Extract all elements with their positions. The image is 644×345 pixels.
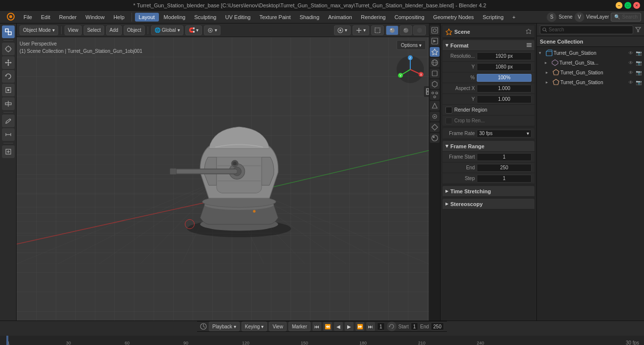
format-section-header[interactable]: ▾ Format [443, 40, 534, 51]
menu-geometry-nodes[interactable]: Geometry Nodes [429, 13, 478, 22]
outliner-search[interactable]: Search [540, 25, 633, 34]
constraints-properties-tab[interactable] [430, 112, 440, 121]
menu-compositing[interactable]: Compositing [391, 13, 428, 22]
outliner-filter-btn[interactable] [635, 26, 641, 33]
mesh1-render-icon[interactable]: 📷 [635, 59, 642, 66]
play-reverse-btn[interactable]: ◀ [334, 322, 343, 331]
material-shading-btn[interactable] [400, 25, 412, 35]
frame-rate-dropdown[interactable]: 30 fps ▾ [477, 130, 532, 138]
3d-viewport[interactable]: User Perspective (1) Scene Collection | … [17, 37, 429, 321]
minimize-button[interactable]: – [616, 2, 622, 9]
jump-to-start-btn[interactable]: ⏮ [312, 322, 321, 331]
next-keyframe-btn[interactable]: ⏩ [355, 322, 364, 331]
xray-toggle[interactable] [371, 25, 384, 35]
resolution-x-input[interactable]: 1920 px [477, 52, 532, 60]
object-mode-dropdown[interactable]: Object Mode ▾ [20, 25, 58, 35]
particle-properties-tab[interactable] [430, 90, 440, 100]
options-button[interactable]: Options ▾ [397, 40, 426, 50]
menu-layout[interactable]: Layout [135, 13, 159, 22]
obj1-render-icon[interactable]: 📷 [635, 69, 642, 76]
crop-render-checkbox[interactable] [445, 117, 452, 124]
rotate-tool-btn[interactable] [2, 70, 15, 83]
physics-properties-tab[interactable] [430, 101, 440, 111]
render-properties-tab[interactable] [430, 25, 440, 35]
menu-blender[interactable] [3, 11, 19, 23]
world-properties-tab[interactable] [430, 58, 440, 68]
loop-toggle[interactable] [387, 322, 397, 331]
render-region-checkbox[interactable] [445, 107, 452, 114]
menu-shading[interactable]: Shading [296, 13, 323, 22]
proportional-edit-btn[interactable]: ▾ [204, 25, 221, 35]
scale-tool-btn[interactable] [2, 84, 15, 96]
select-menu-btn[interactable]: Select [84, 25, 104, 35]
scene-selector[interactable]: S [547, 12, 556, 22]
viewport-overlays-btn[interactable]: ▾ [334, 25, 351, 35]
modifier-properties-tab[interactable] [430, 79, 440, 89]
view-menu-btn[interactable]: View [65, 25, 82, 35]
start-value[interactable]: 1 [411, 322, 419, 330]
add-primitive-tool-btn[interactable] [2, 145, 15, 158]
transform-tool-btn[interactable] [2, 97, 15, 110]
solid-shading-btn[interactable] [386, 25, 399, 35]
end-value[interactable]: 250 [431, 322, 444, 330]
object-menu-btn[interactable]: Object [124, 25, 145, 35]
data-properties-tab[interactable] [430, 122, 440, 132]
tree-item-obj2[interactable]: ▸ Turret_Gun_Station 👁 📷 [537, 77, 644, 87]
current-frame-display[interactable]: 1 [377, 322, 385, 330]
search-bar-wrapper[interactable]: 🔍 Search [611, 13, 641, 22]
menu-modeling[interactable]: Modeling [160, 13, 190, 22]
jump-to-end-btn[interactable]: ⏭ [366, 322, 375, 331]
timeline-ruler[interactable]: 1 30 60 90 120 150 180 210 240 30 fps [0, 336, 644, 345]
timeline-marker-menu[interactable]: Marker [289, 322, 311, 331]
move-tool-btn[interactable] [2, 56, 15, 69]
frame-range-header[interactable]: ▾ Frame Range [443, 141, 534, 152]
pin-scene-btn[interactable] [526, 28, 532, 35]
menu-file[interactable]: File [20, 13, 36, 22]
aspect-x-input[interactable]: 1.000 [477, 85, 532, 92]
menu-rendering[interactable]: Rendering [357, 13, 390, 22]
object-properties-tab[interactable] [430, 69, 440, 78]
material-properties-tab[interactable] [430, 133, 440, 143]
toggle-quad-view-btn[interactable] [424, 86, 429, 97]
menu-window[interactable]: Window [82, 13, 109, 22]
menu-help[interactable]: Help [110, 13, 129, 22]
viewport-gizmos-btn[interactable]: ▾ [353, 25, 369, 35]
menu-edit[interactable]: Edit [37, 13, 54, 22]
timeline-view-menu[interactable]: View [269, 322, 287, 331]
scene-properties-tab[interactable] [430, 47, 440, 57]
resolution-pct-input[interactable]: 100% [477, 74, 532, 82]
obj1-visibility-icon[interactable]: 👁 [627, 69, 634, 76]
aspect-y-input[interactable]: 1.000 [477, 95, 532, 103]
frame-end-input[interactable]: 250 [477, 164, 532, 172]
measure-tool-btn[interactable] [2, 128, 15, 141]
renderlayer-selector[interactable]: V [575, 12, 584, 22]
format-list-view-btn[interactable] [527, 43, 532, 48]
tree-item-mesh1[interactable]: ▸ Turret_Gun_Sta... 👁 📷 [537, 58, 644, 68]
snap-btn[interactable]: 🧲 ▾ [185, 25, 202, 35]
tree-item-obj1[interactable]: ▸ Turret_Gun_Station 👁 📷 [537, 68, 644, 77]
close-button[interactable]: × [633, 2, 640, 9]
transform-orientation-btn[interactable]: 🌐 Global ▾ [151, 25, 183, 35]
play-btn[interactable]: ▶ [345, 322, 354, 331]
rendered-shading-btn[interactable] [413, 25, 426, 35]
prev-keyframe-btn[interactable]: ⏪ [323, 322, 332, 331]
menu-uv-editing[interactable]: UV Editing [221, 13, 254, 22]
menu-animation[interactable]: Animation [324, 13, 356, 22]
obj2-render-icon[interactable]: 📷 [635, 79, 642, 86]
axis-widget[interactable]: Z X Y [396, 55, 425, 84]
select-box-tool[interactable] [2, 25, 15, 38]
add-menu-btn[interactable]: Add [106, 25, 122, 35]
cursor-tool-btn[interactable] [2, 43, 15, 55]
menu-render[interactable]: Render [55, 13, 81, 22]
output-properties-tab[interactable] [430, 36, 440, 46]
annotate-tool-btn[interactable] [2, 115, 15, 127]
timeline-keying-menu[interactable]: Keying ▾ [242, 322, 267, 331]
time-stretching-header[interactable]: ▸ Time Stretching [443, 186, 534, 197]
menu-sculpting[interactable]: Sculpting [190, 13, 220, 22]
obj2-visibility-icon[interactable]: 👁 [627, 79, 634, 86]
stereoscopy-header[interactable]: ▸ Stereoscopy [443, 199, 534, 209]
timeline-playback-menu[interactable]: Playback ▾ [209, 322, 240, 331]
render-visibility-icon[interactable]: 📷 [635, 49, 642, 56]
resolution-y-input[interactable]: 1080 px [477, 63, 532, 71]
tree-item-collection[interactable]: ▾ Turret_Gun_Station 👁 📷 [537, 48, 644, 58]
